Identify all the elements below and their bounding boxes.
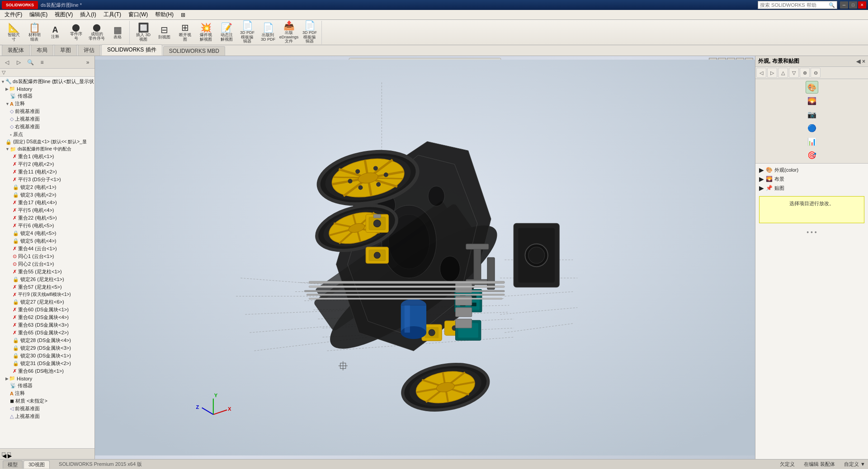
mate-concentric1[interactable]: ⊙ 同心1 (云台<1>) — [0, 253, 94, 260]
tb-auto-balloon[interactable]: ⬤ 成组的零件序号 — [87, 22, 107, 43]
tb-broken-view[interactable]: ⊞ 断开视图 — [175, 22, 195, 43]
maximize-btn[interactable]: □ — [849, 1, 857, 9]
tab-evaluate[interactable]: 评估 — [78, 45, 100, 56]
tree-top-plane2[interactable]: △ 上视基准面 — [0, 413, 94, 420]
tree-sensors[interactable]: 📡 传感器 — [0, 92, 94, 100]
tab-assembly[interactable]: 装配体 — [2, 45, 30, 56]
tb-3dview[interactable]: 🔲 插入 3D视图 — [133, 22, 153, 43]
menu-file[interactable]: 文件(F) — [1, 10, 26, 19]
panel-back-btn[interactable]: ◁ — [2, 57, 12, 67]
tree-right-plane[interactable]: ◇ 右视基准面 — [0, 123, 94, 131]
tab-sw-plugins[interactable]: SOLIDWORKS 插件 — [101, 44, 162, 56]
tree-origin[interactable]: • 原点 — [0, 131, 94, 138]
tree-front-plane2[interactable]: ◁ 前视基准面 — [0, 405, 94, 413]
menu-help[interactable]: 帮助(H) — [151, 10, 177, 19]
rp-section-decal[interactable]: ▶ 📌 贴图 — [757, 183, 866, 192]
rp-up-btn[interactable]: △ — [778, 68, 788, 78]
mate-parallel3[interactable]: ✗ 平行3 (DS分子<1>) — [0, 176, 94, 183]
history2-expand[interactable]: ▶ — [5, 376, 9, 381]
rp-back-btn[interactable]: ◁ — [756, 68, 766, 78]
mate-coincident44[interactable]: ✗ 重合44 (云台<1>) — [0, 245, 94, 253]
menu-tools[interactable]: 工具(T) — [100, 10, 125, 19]
tree-history-1[interactable]: ▶ 📁 History — [0, 85, 94, 92]
tree-top-plane[interactable]: ◇ 上视基准面 — [0, 115, 94, 123]
tree-root[interactable]: ▼ 🔧 ds装配爆炸图line (默认<默认_显示状 — [0, 78, 94, 85]
minimize-btn[interactable]: ─ — [840, 1, 848, 9]
mate-coincident60[interactable]: ✗ 重合60 (DS金属块<1>) — [0, 306, 94, 314]
sb-tab-model[interactable]: 模型 — [3, 460, 23, 469]
mate-parallel5[interactable]: ✗ 平行5 (电机<4>) — [0, 206, 94, 214]
tb-explode-view[interactable]: 💥 爆炸视解视图 — [196, 22, 216, 43]
tb-section-view[interactable]: ⊟ 剖视图 — [154, 22, 174, 43]
tree-mates[interactable]: ▼ 📁 ds装配爆炸图line 中的配合 — [0, 145, 94, 153]
tb-publish-edrawings[interactable]: 📤 出版eDrawings文件 — [279, 22, 299, 43]
mate-locked31[interactable]: 🔒 锁定31 (DS金属块<2>) — [0, 360, 94, 367]
mate-coincident17[interactable]: ✗ 重合17 (电机<4>) — [0, 199, 94, 206]
rp-remove-btn[interactable]: ⊖ — [811, 68, 821, 78]
mate-locked28[interactable]: 🔒 锁定28 (DS金属块<4>) — [0, 337, 94, 344]
mate-coincident55[interactable]: ✗ 重合55 (尼龙柱<1>) — [0, 268, 94, 276]
panel-more-btn[interactable]: » — [83, 57, 93, 67]
panel-expand-btn[interactable]: ≡ — [37, 57, 47, 67]
mate-locked4[interactable]: 🔒 锁定4 (电机<5>) — [0, 230, 94, 237]
mate-parallel6[interactable]: ✗ 平行6 (电机<5>) — [0, 222, 94, 230]
tab-sketch[interactable]: 草图 — [54, 45, 77, 56]
tb-smart-dimension[interactable]: 📐 智能尺寸 — [4, 22, 24, 43]
tree-material[interactable]: ◼ 材质 <未指定> — [0, 397, 94, 405]
rp-add-btn[interactable]: ⊕ — [800, 68, 810, 78]
mate-parallel9[interactable]: ✗ 平行9 (双天线wifi模块<1>) — [0, 291, 94, 298]
rp-expand-btn[interactable]: × — [862, 58, 865, 65]
tb-publish-3dpdf[interactable]: 📄 出版到3D PDF — [258, 22, 278, 43]
sb-tab-3dview[interactable]: 3D视图 — [24, 460, 50, 469]
rp-section-appearance[interactable]: ▶ 🎨 外观(color) — [757, 165, 866, 174]
mate-locked27[interactable]: 🔒 锁定27 (尼龙柱<6>) — [0, 298, 94, 306]
mate-locked29[interactable]: 🔒 锁定29 (DS金属块<3>) — [0, 344, 94, 352]
rp-appearance-icon[interactable]: 🎨 — [806, 81, 818, 94]
mate-coincident11[interactable]: ✗ 重合11 (电机<2>) — [0, 168, 94, 176]
search-input[interactable] — [760, 2, 828, 8]
mate-coincident65[interactable]: ✗ 重合65 (DS金属块<2>) — [0, 329, 94, 337]
menu-edit[interactable]: 编辑(E) — [26, 10, 51, 19]
mate-locked5[interactable]: 🔒 锁定5 (电机<4>) — [0, 237, 94, 245]
tb-3dpdf-editor2[interactable]: 📄 3D PDF模板编辑器 — [300, 22, 320, 43]
menu-view[interactable]: 视图(V) — [51, 10, 76, 19]
tab-sw-mbd[interactable]: SOLIDWORKS MBD — [163, 46, 225, 56]
mate-locked2[interactable]: 🔒 锁定2 (电机<1>) — [0, 183, 94, 191]
tb-annotation[interactable]: A 注释 — [45, 22, 65, 43]
tb-table[interactable]: ▦ 表格 — [108, 22, 127, 43]
mate-locked26[interactable]: 🔒 锁定26 (尼龙柱<1>) — [0, 276, 94, 283]
viewport[interactable]: 🔍 ⊖ ⊞ 🔲 ⟳ ✋ ▦ ◉ 💡 🎨 🌄 📷 ⚙ ▭ ▯ □ ⊞ ✕ — [95, 56, 755, 459]
feature-tree[interactable]: ▼ 🔧 ds装配爆炸图line (默认<默认_显示状 ▶ 📁 History 📡… — [0, 77, 94, 448]
mate-coincident62[interactable]: ✗ 重合62 (DS金属块<4>) — [0, 314, 94, 321]
rp-section-scene[interactable]: ▶ 🌄 布景 — [757, 174, 866, 183]
mate-concentric2[interactable]: ⊙ 同心2 (云台<1>) — [0, 260, 94, 268]
rp-scene-icon[interactable]: 🌄 — [806, 94, 818, 107]
tb-balloon[interactable]: ⬤ 零件序号 — [66, 22, 86, 43]
rp-color-icon[interactable]: 🔵 — [806, 122, 818, 134]
rp-decal-icon[interactable]: 📷 — [806, 108, 818, 121]
mate-locked30[interactable]: 🔒 锁定30 (DS金属块<1>) — [0, 352, 94, 360]
mate-coincident22[interactable]: ✗ 重合22 (电机<5>) — [0, 214, 94, 222]
panel-forward-btn[interactable]: ▷ — [14, 57, 24, 67]
mate-parallel2[interactable]: ✗ 平行2 (电机<2>) — [0, 160, 94, 168]
tb-bom[interactable]: 📋 材料明细表 — [24, 22, 44, 43]
tab-layout[interactable]: 布局 — [31, 45, 53, 56]
rp-chart-icon[interactable]: 📊 — [806, 135, 818, 148]
annot-expand[interactable]: ▼ — [5, 102, 9, 106]
mate-coincident66[interactable]: ✗ 重合66 (DS电池<1>) — [0, 367, 94, 375]
rp-target-icon[interactable]: 🎯 — [806, 149, 818, 161]
close-btn[interactable]: ✕ — [858, 1, 866, 9]
mate-coincident1[interactable]: ✗ 重合1 (电机<1>) — [0, 153, 94, 160]
tb-dynamic-annotation[interactable]: 📝 动态注解视图 — [217, 22, 236, 43]
mate-coincident63[interactable]: ✗ 重合63 (DS金属块<3>) — [0, 321, 94, 329]
tb-3dpdf-template[interactable]: 📄 3D PDF模板编辑器 — [237, 22, 257, 43]
history1-expand[interactable]: ▶ — [5, 87, 9, 91]
rp-down-btn[interactable]: ▽ — [789, 68, 799, 78]
mate-coincident57[interactable]: ✗ 重合57 (尼龙柱<5>) — [0, 283, 94, 291]
tree-history-2[interactable]: ▶ 📁 History — [0, 375, 94, 382]
rp-collapse-btn[interactable]: ◀ — [856, 58, 860, 65]
tree-sensors2[interactable]: 📡 传感器 — [0, 382, 94, 389]
tree-front-plane[interactable]: ◇ 前视基准面 — [0, 108, 94, 115]
scroll-right-btn[interactable]: ▶ — [7, 452, 11, 456]
mate-locked3[interactable]: 🔒 锁定3 (电机<2>) — [0, 191, 94, 199]
